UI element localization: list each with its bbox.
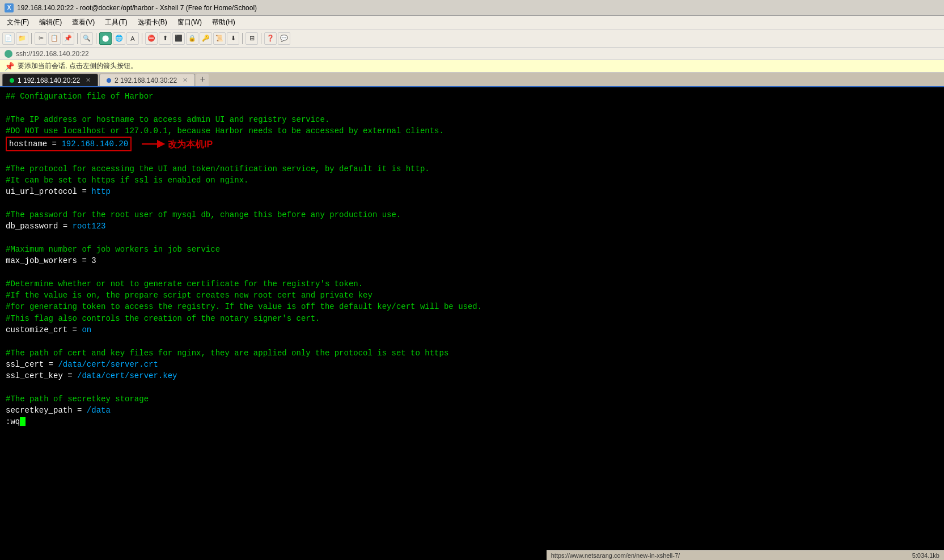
ssl-cert-key: ssl_cert <box>6 360 44 369</box>
comment-workers: #Maximum number of job workers in job se… <box>6 245 220 254</box>
line-blank-5 <box>6 266 938 278</box>
customize-crt-equals: = <box>67 325 82 334</box>
customize-crt-value: on <box>82 325 91 334</box>
comment-donot-line: #DO NOT use localhost or 127.0.0.1, beca… <box>6 126 444 135</box>
window-title: 192.168.140.20:22 - root@docker:/opt/har… <box>17 4 257 12</box>
line-comment-cert-4: #This flag also controls the creation of… <box>6 313 938 324</box>
toolbar-layout[interactable]: ⊞ <box>245 32 258 45</box>
menu-file[interactable]: 文件(F) <box>2 16 33 28</box>
tab-1-close[interactable]: ✕ <box>86 77 91 84</box>
line-comment-cert-1: #Determine whether or not to generate ce… <box>6 278 938 290</box>
toolbar-script[interactable]: 📜 <box>213 32 226 45</box>
comment-cert-4: #This flag also controls the creation of… <box>6 314 320 323</box>
tab-1[interactable]: 1 192.168.140.20:22 ✕ <box>2 74 98 86</box>
tab-add-button[interactable]: + <box>196 74 209 86</box>
hostname-key: hostname <box>9 139 47 149</box>
line-comment-1: #The IP address or hostname to access ad… <box>6 114 938 125</box>
tab-1-label: 1 192.168.140.20:22 <box>18 77 80 84</box>
hostname-annotation: 改为本机IP <box>137 137 213 151</box>
max-job-value: 3 <box>91 256 96 265</box>
toolbar-open[interactable]: 📁 <box>16 32 28 45</box>
max-job-equals: = <box>77 256 91 265</box>
comment-config-header: ## Configuration file of Harbor <box>6 92 153 101</box>
tab-bar: 1 192.168.140.20:22 ✕ 2 192.168.140.30:2… <box>0 73 944 87</box>
comment-ssl: #The path of cert and key files for ngin… <box>6 349 448 358</box>
toolbar-sep-5 <box>242 33 243 44</box>
tip-bar: 📌 要添加当前会话, 点击左侧的箭头按钮。 <box>0 60 944 73</box>
hostname-value: 192.168.140.20 <box>61 139 128 149</box>
address-text: ssh://192.168.140.20:22 <box>16 50 89 58</box>
toolbar-paste[interactable]: 📌 <box>62 32 74 45</box>
comment-password: #The password for the root user of mysql… <box>6 210 401 219</box>
line-blank-2 <box>6 151 938 163</box>
toolbar-more1[interactable]: ⬛ <box>172 32 185 45</box>
status-url: https://www.netsarang.com/en/new-in-xshe… <box>551 552 680 559</box>
toolbar-new[interactable]: 📄 <box>2 32 15 45</box>
hostname-line-container: hostname = 192.168.140.20 改为本机IP <box>6 137 938 151</box>
comment-cert-2: #If the value is on, the prepare script … <box>6 291 372 300</box>
menu-tabs[interactable]: 选项卡(B) <box>133 16 172 28</box>
line-comment-cert-2: #If the value is on, the prepare script … <box>6 290 938 301</box>
toolbar-connect[interactable]: ⬤ <box>99 32 112 45</box>
tip-text: 要添加当前会话, 点击左侧的箭头按钮。 <box>18 61 137 71</box>
ssl-cert-value: /data/cert/server.crt <box>58 360 158 369</box>
line-ui-url: ui_url_protocol = http <box>6 186 938 197</box>
toolbar-copy[interactable]: 📋 <box>48 32 61 45</box>
tab-2-label: 2 192.168.140.30:22 <box>115 77 177 84</box>
ssl-cert-key-value: /data/cert/server.key <box>77 371 177 380</box>
tab-2-dot <box>107 78 111 83</box>
menu-window[interactable]: 窗口(W) <box>173 16 206 28</box>
arrow-icon <box>137 137 166 151</box>
db-password-value: root123 <box>73 222 106 231</box>
line-blank-6 <box>6 336 938 347</box>
toolbar-chat[interactable]: 💬 <box>278 32 290 45</box>
toolbar-sep-2 <box>77 33 78 44</box>
line-comment-workers: #Maximum number of job workers in job se… <box>6 244 938 255</box>
menu-bar: 文件(F) 编辑(E) 查看(V) 工具(T) 选项卡(B) 窗口(W) 帮助(… <box>0 16 944 29</box>
comment-secretkey: #The path of secretkey storage <box>6 394 149 404</box>
toolbar-find[interactable]: 🔍 <box>81 32 93 45</box>
pin-icon: 📌 <box>5 62 14 71</box>
line-ssl-cert: ssl_cert = /data/cert/server.crt <box>6 359 938 370</box>
toolbar: 📄 📁 ✂ 📋 📌 🔍 ⬤ 🌐 A ⛔ ⬆ ⬛ 🔒 🔑 📜 ⬇ ⊞ ❓ 💬 <box>0 29 944 48</box>
cmd-text: :wq <box>6 417 20 426</box>
line-customize-crt: customize_crt = on <box>6 324 938 336</box>
line-db-password: db_password = root123 <box>6 220 938 232</box>
app-icon: X <box>5 3 14 12</box>
ssl-cert-key-key: ssl_cert_key <box>6 371 63 380</box>
title-bar: X 192.168.140.20:22 - root@docker:/opt/h… <box>0 0 944 16</box>
line-comment-ssl: #The path of cert and key files for ngin… <box>6 347 938 359</box>
db-password-key: db_password <box>6 222 58 231</box>
terminal[interactable]: ## Configuration file of Harbor #The IP … <box>0 87 944 560</box>
toolbar-help[interactable]: ❓ <box>264 32 277 45</box>
tab-2-close[interactable]: ✕ <box>183 77 188 84</box>
menu-help[interactable]: 帮助(H) <box>208 16 240 28</box>
secretkey-path-key: secretkey_path <box>6 406 73 415</box>
toolbar-download[interactable]: ⬇ <box>227 32 239 45</box>
toolbar-globe[interactable]: 🌐 <box>113 32 125 45</box>
status-right: 5:034.1kb <box>912 552 939 559</box>
toolbar-cut[interactable]: ✂ <box>35 32 47 45</box>
line-comment-cert-3: #for generating token to access the regi… <box>6 301 938 312</box>
tab-2[interactable]: 2 192.168.140.30:22 ✕ <box>99 74 195 86</box>
ui-url-equals: = <box>77 187 91 196</box>
line-comment-secretkey: #The path of secretkey storage <box>6 393 938 405</box>
toolbar-key[interactable]: 🔑 <box>200 32 212 45</box>
menu-tools[interactable]: 工具(T) <box>100 16 132 28</box>
annotation-label: 改为本机IP <box>168 138 213 151</box>
toolbar-stop[interactable]: ⛔ <box>145 32 158 45</box>
max-job-key: max_job_workers <box>6 256 77 265</box>
toolbar-sep-6 <box>261 33 261 44</box>
toolbar-sep-3 <box>96 33 96 44</box>
comment-cert-3: #for generating token to access the regi… <box>6 302 482 311</box>
toolbar-upload[interactable]: ⬆ <box>159 32 171 45</box>
comment-protocol-1: #The protocol for accessing the UI and t… <box>6 164 430 173</box>
toolbar-sep-1 <box>31 33 32 44</box>
toolbar-lock[interactable]: 🔒 <box>186 32 198 45</box>
menu-edit[interactable]: 编辑(E) <box>35 16 66 28</box>
toolbar-font[interactable]: A <box>126 32 139 45</box>
menu-view[interactable]: 查看(V) <box>67 16 99 28</box>
line-blank-7 <box>6 381 938 393</box>
line-comment-2: #DO NOT use localhost or 127.0.0.1, beca… <box>6 125 938 137</box>
line-ssl-cert-key: ssl_cert_key = /data/cert/server.key <box>6 370 938 381</box>
